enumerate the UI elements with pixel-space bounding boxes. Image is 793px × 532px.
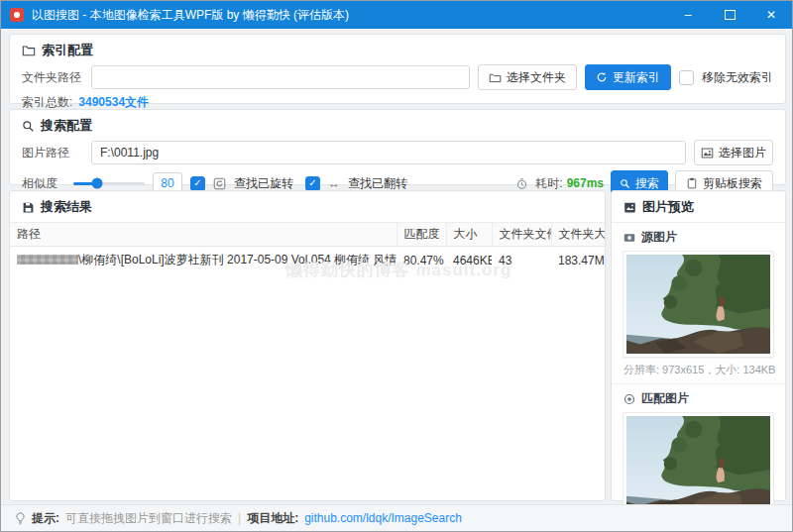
- update-index-label: 更新索引: [613, 69, 660, 86]
- stopwatch-icon: [515, 177, 528, 190]
- app-icon: [10, 8, 24, 22]
- source-image-label: 源图片: [641, 229, 677, 246]
- select-folder-label: 选择文件夹: [507, 69, 566, 86]
- search-results-title: 搜索结果: [41, 198, 92, 216]
- find-rotated-label: 查找已旋转: [234, 175, 293, 192]
- source-image-info: 分辨率: 973x615，大小: 134KB: [612, 358, 785, 384]
- search-config-card: 搜索配置 图片路径 选择图片 相似度 ✓ 查找已旋转: [9, 109, 786, 185]
- col-folder-count[interactable]: 文件夹文件数: [492, 223, 551, 247]
- source-image-art: [626, 255, 770, 354]
- search-results-header: 搜索结果: [10, 191, 605, 216]
- search-config-header: 搜索配置: [10, 110, 785, 135]
- window-title: 以图搜图 - 本地图像检索工具WPF版 by 懒得勤快 (评估版本): [32, 7, 349, 24]
- save-icon: [22, 201, 35, 214]
- folder-path-input[interactable]: [91, 65, 470, 89]
- update-index-button[interactable]: 更新索引: [585, 64, 671, 90]
- select-folder-button[interactable]: 选择文件夹: [478, 64, 577, 90]
- target-icon: [623, 393, 635, 405]
- source-image-label-row: 源图片: [612, 223, 785, 249]
- search-config-title: 搜索配置: [41, 117, 92, 135]
- find-flipped-label: 查找已翻转: [348, 175, 407, 192]
- col-folder-size[interactable]: 文件夹大小: [551, 223, 605, 247]
- image-path-label: 图片路径: [22, 145, 83, 161]
- preview-icon: [623, 201, 636, 214]
- table-row[interactable]: \柳侑绮\[BoLoLi]波萝社新刊 2017-05-09 Vol.054 柳侑…: [10, 247, 605, 274]
- source-image-thumbnail[interactable]: [623, 251, 774, 358]
- separator: |: [238, 511, 241, 525]
- similarity-label: 相似度: [22, 175, 65, 192]
- search-icon: [22, 120, 35, 133]
- folder-open-icon: [489, 71, 502, 84]
- bulb-icon: [15, 512, 26, 525]
- find-flipped-checkbox[interactable]: ✓: [305, 176, 320, 191]
- results-table: 路径 匹配度 大小 文件夹文件数 文件夹大小 \柳侑绮\[BoLoLi]波萝社新…: [10, 222, 605, 273]
- cell-match: 80.47%: [396, 247, 446, 274]
- slider-thumb[interactable]: [92, 178, 103, 189]
- cell-folder-size: 183.47MB: [551, 247, 605, 274]
- image-preview-title: 图片预览: [642, 198, 694, 216]
- matched-image-label-row: 匹配图片: [612, 384, 785, 410]
- search-results-card: 搜索结果 路径 匹配度 大小 文件夹文件数 文件夹大小 \柳侑绮\[BoLoLi…: [9, 190, 606, 501]
- clipboard-search-label: 剪贴板搜索: [703, 175, 762, 192]
- minimize-button[interactable]: –: [667, 1, 709, 29]
- image-icon: [701, 147, 714, 160]
- similarity-slider[interactable]: [73, 177, 145, 189]
- matched-image-label: 匹配图片: [641, 390, 689, 407]
- elapsed-value: 967ms: [567, 176, 604, 190]
- results-header-row: 路径 匹配度 大小 文件夹文件数 文件夹大小: [10, 223, 605, 247]
- status-bar: 提示: 可直接拖拽图片到窗口进行搜索 | 项目地址: github.com/ld…: [1, 504, 792, 531]
- tip-label: 提示:: [32, 510, 59, 527]
- project-link[interactable]: github.com/ldqk/ImageSearch: [304, 511, 462, 525]
- tip-text: 可直接拖拽图片到窗口进行搜索: [65, 510, 232, 527]
- col-size[interactable]: 大小: [446, 223, 492, 247]
- index-config-title: 索引配置: [42, 42, 93, 59]
- remove-invalid-checkbox[interactable]: [679, 70, 694, 85]
- index-config-header: 索引配置: [10, 35, 785, 59]
- select-image-label: 选择图片: [719, 145, 766, 161]
- cell-size: 4646KB: [446, 247, 492, 274]
- matched-image-art: [626, 416, 770, 515]
- maximize-icon: [725, 10, 736, 20]
- photo-icon: [623, 232, 635, 244]
- rotate-icon: [213, 177, 226, 190]
- window-controls: – ✕: [667, 1, 792, 29]
- folder-path-label: 文件夹路径: [22, 69, 83, 86]
- refresh-icon: [596, 71, 608, 83]
- flip-icon: ↔: [328, 176, 340, 190]
- index-config-card: 索引配置 文件夹路径 选择文件夹 更新索引 移除无效索引 索引总数: 34905: [9, 34, 786, 104]
- col-path[interactable]: 路径: [10, 223, 396, 247]
- project-label: 项目地址:: [247, 510, 298, 527]
- remove-invalid-label: 移除无效索引: [702, 69, 773, 86]
- folder-icon: [22, 44, 36, 57]
- redacted-path-prefix: [17, 255, 78, 265]
- image-path-input[interactable]: [91, 141, 686, 164]
- clipboard-icon: [686, 177, 698, 189]
- search-button-label: 搜索: [635, 175, 659, 192]
- cell-path: \柳侑绮\[BoLoLi]波萝社新刊 2017-05-09 Vol.054 柳侑…: [10, 247, 396, 274]
- app-window: 以图搜图 - 本地图像检索工具WPF版 by 懒得勤快 (评估版本) – ✕ 索…: [0, 0, 793, 532]
- image-preview-header: 图片预览: [612, 191, 785, 223]
- close-button[interactable]: ✕: [750, 1, 792, 29]
- matched-image-thumbnail[interactable]: [623, 412, 774, 519]
- image-path-row: 图片路径 选择图片: [10, 140, 785, 165]
- maximize-button[interactable]: [709, 1, 750, 29]
- folder-path-row: 文件夹路径 选择文件夹 更新索引 移除无效索引: [10, 64, 785, 90]
- title-bar: 以图搜图 - 本地图像检索工具WPF版 by 懒得勤快 (评估版本) – ✕: [1, 1, 792, 29]
- select-image-button[interactable]: 选择图片: [694, 140, 773, 165]
- elapsed-label: 耗时:: [535, 175, 562, 192]
- image-preview-card: 图片预览 源图片 分辨率: 973x615，大小: 13: [611, 190, 786, 501]
- path-text: \柳侑绮\[BoLoLi]波萝社新刊 2017-05-09 Vol.054 柳侑…: [78, 253, 396, 266]
- find-rotated-checkbox[interactable]: ✓: [190, 176, 205, 191]
- search-button-icon: [620, 178, 630, 189]
- cell-folder-count: 43: [492, 247, 551, 274]
- col-match[interactable]: 匹配度: [396, 223, 446, 247]
